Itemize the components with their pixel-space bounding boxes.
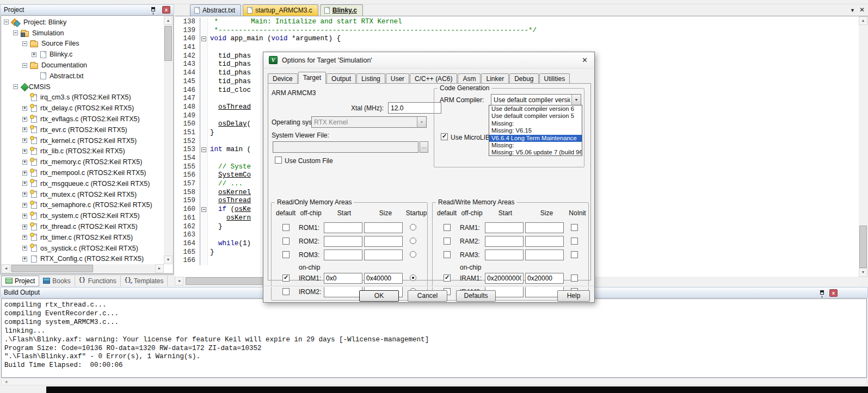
- tree-item[interactable]: −Source Files: [2, 39, 163, 49]
- pin-icon[interactable]: [151, 7, 155, 11]
- startup-radio[interactable]: [410, 275, 416, 281]
- expand-icon[interactable]: +: [22, 106, 27, 111]
- startup-radio[interactable]: [410, 224, 416, 230]
- expand-icon[interactable]: +: [22, 117, 27, 122]
- collapse-icon[interactable]: −: [22, 63, 27, 68]
- use-microlib-checkbox[interactable]: [441, 133, 448, 140]
- default-checkbox[interactable]: [444, 275, 451, 282]
- workspace-tab-templates[interactable]: Templates: [121, 276, 168, 286]
- document-tab[interactable]: Abstract.txt: [190, 4, 241, 16]
- start-input[interactable]: [485, 222, 524, 233]
- dialog-tab-linker[interactable]: Linker: [481, 73, 509, 84]
- tree-item[interactable]: +rtx_timer.c (RTOS2:Keil RTX5): [2, 232, 163, 243]
- expand-icon[interactable]: +: [22, 160, 27, 165]
- dialog-tab-listing[interactable]: Listing: [356, 73, 385, 84]
- expand-icon[interactable]: +: [22, 246, 27, 251]
- tree-item[interactable]: −CMSIS: [2, 82, 163, 92]
- expand-icon[interactable]: +: [32, 52, 36, 57]
- default-checkbox[interactable]: [282, 238, 290, 245]
- noinit-checkbox[interactable]: [571, 251, 578, 258]
- browse-button[interactable]: ...: [420, 141, 428, 153]
- tree-item[interactable]: +rtx_system.c (RTOS2:Keil RTX5): [2, 210, 163, 221]
- default-checkbox[interactable]: [444, 238, 451, 245]
- fold-toggle-icon[interactable]: −: [201, 207, 206, 212]
- size-input[interactable]: [525, 236, 564, 247]
- scrollbar-thumb[interactable]: [859, 226, 867, 268]
- collapse-icon[interactable]: −: [4, 20, 9, 24]
- cancel-button[interactable]: Cancel: [408, 290, 447, 302]
- tree-item[interactable]: +rtx_msgqueue.c (RTOS2:Keil RTX5): [2, 178, 163, 189]
- start-input[interactable]: [324, 249, 362, 260]
- workspace-tab-books[interactable]: Books: [39, 276, 75, 286]
- scroll-right-icon[interactable]: ►: [155, 264, 164, 273]
- compiler-option[interactable]: Use default compiler version 5: [489, 113, 582, 120]
- expand-icon[interactable]: +: [22, 127, 27, 132]
- expand-icon[interactable]: +: [22, 224, 27, 229]
- compiler-option[interactable]: Missing: V5.06 update 7 (build 960): [489, 149, 582, 156]
- size-input[interactable]: [364, 249, 403, 260]
- tree-item[interactable]: +RTX_Config.c (RTOS2:Keil RTX5): [2, 254, 163, 264]
- expand-icon[interactable]: +: [22, 171, 27, 176]
- dialog-tab-device[interactable]: Device: [268, 73, 298, 84]
- expand-icon[interactable]: +: [22, 257, 27, 261]
- scrollbar-thumb[interactable]: [164, 26, 172, 61]
- document-tab[interactable]: startup_ARMCM3.c: [243, 4, 318, 16]
- size-input[interactable]: [525, 273, 564, 284]
- startup-radio[interactable]: [410, 251, 416, 258]
- collapse-icon[interactable]: −: [13, 84, 18, 89]
- arm-compiler-combo[interactable]: Use default compiler version 6 ▼: [491, 94, 581, 105]
- scroll-left-icon[interactable]: ◄: [175, 277, 183, 285]
- scroll-up-icon[interactable]: ▲: [859, 16, 867, 25]
- tree-item[interactable]: irq_cm3.s (RTOS2:Keil RTX5): [2, 92, 163, 103]
- dialog-tab-c-c-ac6-[interactable]: C/C++ (AC6): [410, 73, 457, 84]
- start-input[interactable]: [324, 236, 362, 247]
- tree-item[interactable]: +os_systick.c (RTOS2:Keil RTX5): [2, 243, 163, 254]
- start-input[interactable]: [324, 273, 362, 284]
- expand-icon[interactable]: +: [22, 192, 27, 197]
- start-input[interactable]: [324, 222, 362, 233]
- expand-icon[interactable]: +: [22, 181, 27, 186]
- noinit-checkbox[interactable]: [571, 275, 578, 282]
- workspace-tab-project[interactable]: Project: [1, 276, 39, 286]
- compiler-option[interactable]: Missing: V6.15: [489, 127, 582, 134]
- fold-toggle-icon[interactable]: −: [201, 147, 206, 152]
- build-output-log[interactable]: compiling rtx_thread.c...compiling Event…: [1, 298, 867, 378]
- compiler-option[interactable]: Missing:: [489, 142, 582, 149]
- scroll-left-icon[interactable]: ◄: [2, 264, 10, 273]
- tree-item[interactable]: +rtx_mutex.c (RTOS2:Keil RTX5): [2, 189, 163, 200]
- default-checkbox[interactable]: [444, 251, 451, 258]
- editor-vertical-scrollbar[interactable]: ▲ ▼: [859, 16, 868, 277]
- scrollbar-thumb[interactable]: [11, 265, 93, 272]
- start-input[interactable]: [485, 249, 524, 260]
- collapse-icon[interactable]: −: [13, 30, 18, 35]
- tree-item[interactable]: +rtx_semaphore.c (RTOS2:Keil RTX5): [2, 200, 163, 211]
- tree-item[interactable]: +rtx_thread.c (RTOS2:Keil RTX5): [2, 221, 163, 232]
- start-input[interactable]: [485, 236, 524, 247]
- noinit-checkbox[interactable]: [571, 238, 578, 245]
- tree-item[interactable]: Abstract.txt: [2, 71, 163, 82]
- tree-item[interactable]: +rtx_evflags.c (RTOS2:Keil RTX5): [2, 114, 163, 124]
- tree-item[interactable]: +rtx_mempool.c (RTOS2:Keil RTX5): [2, 167, 163, 178]
- tree-item[interactable]: −Simulation: [2, 28, 163, 39]
- expand-icon[interactable]: +: [22, 138, 27, 143]
- scroll-down-icon[interactable]: ▼: [164, 255, 173, 264]
- noinit-checkbox[interactable]: [571, 224, 578, 231]
- size-input[interactable]: [525, 222, 564, 233]
- dialog-tab-utilities[interactable]: Utilities: [539, 73, 570, 84]
- tree-item[interactable]: +rtx_memory.c (RTOS2:Keil RTX5): [2, 157, 163, 167]
- size-input[interactable]: [364, 273, 403, 284]
- tree-item[interactable]: +rtx_evr.c (RTOS2:Keil RTX5): [2, 124, 163, 135]
- expand-icon[interactable]: +: [22, 235, 27, 240]
- document-close-icon[interactable]: ✕: [859, 6, 865, 14]
- compiler-option[interactable]: V6.6.4 Long Term Maintenance: [489, 135, 582, 142]
- tree-item[interactable]: +rtx_kernel.c (RTOS2:Keil RTX5): [2, 135, 163, 146]
- dialog-tab-target[interactable]: Target: [298, 72, 326, 84]
- tree-item[interactable]: −Documentation: [2, 60, 163, 71]
- tree-vertical-scrollbar[interactable]: ▲ ▼: [164, 16, 173, 264]
- size-input[interactable]: [525, 249, 564, 260]
- pin-icon[interactable]: [820, 290, 824, 295]
- tree-horizontal-scrollbar[interactable]: ◄ ►: [2, 264, 164, 273]
- scroll-up-icon[interactable]: ▲: [164, 16, 173, 25]
- build-output-scrollbar[interactable]: ◄: [1, 378, 867, 385]
- start-input[interactable]: [485, 273, 524, 284]
